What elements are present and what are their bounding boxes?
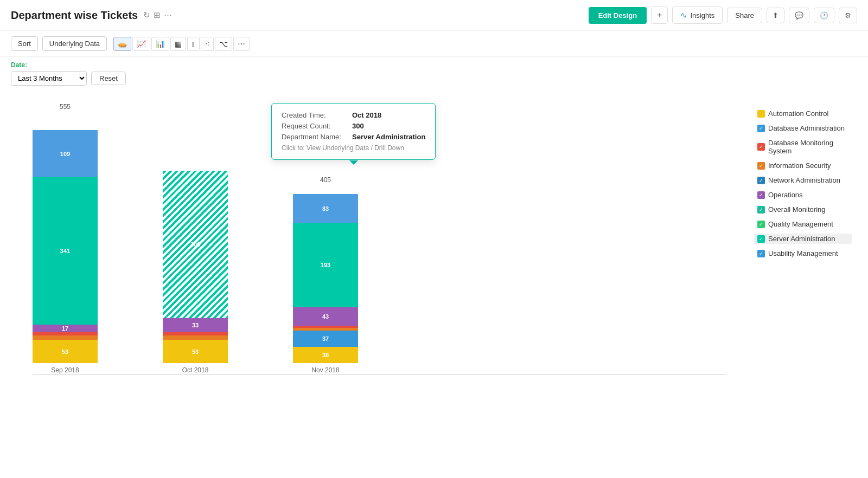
tooltip-dept-label: Department Name:: [282, 133, 352, 141]
legend-color-ops: ✓: [757, 191, 765, 199]
bar-group-nov: 405 38 37 43 193 83: [293, 187, 358, 374]
date-filter-select[interactable]: Last 3 Months Last 6 Months Last Year Cu…: [11, 71, 87, 86]
scatter-icon[interactable]: ⁖: [201, 37, 214, 51]
tooltip-drill-link[interactable]: Click to: View Underlying Data / Drill D…: [282, 144, 425, 152]
underlying-data-button[interactable]: Underlying Data: [42, 36, 107, 51]
legend-color-db-admin: ✓: [757, 125, 765, 132]
bar-seg-infosec-oct: [163, 335, 228, 340]
tooltip-created-value: Oct 2018: [352, 111, 381, 119]
legend-label-ops: Operations: [768, 191, 803, 199]
bar-seg-server-nov: 193: [293, 223, 358, 307]
pie-chart-icon[interactable]: 🥧: [113, 37, 131, 51]
tooltip-created-row: Created Time: Oct 2018: [282, 111, 425, 119]
bar-seg-automation-oct: 53: [163, 340, 228, 363]
legend-label-db-admin: Database Administration: [768, 124, 845, 132]
edit-design-button[interactable]: Edit Design: [589, 7, 647, 24]
legend-item-ops[interactable]: ✓ Operations: [754, 190, 852, 200]
legend-item-server[interactable]: ✓ Server Administration: [754, 234, 852, 244]
legend-item-info-sec[interactable]: ✓ Information Security: [754, 160, 852, 171]
comment-button[interactable]: 💬: [789, 8, 809, 23]
legend-item-overall[interactable]: ✓ Overall Monitoring: [754, 204, 852, 215]
bar-seg-dbmon-nov: [293, 326, 358, 328]
bar-seg-db-sep: 109: [33, 130, 98, 177]
chart-type-selector: 🥧 📈 📊 ▦ ⫿ ⁖ ⌥ ⋯: [113, 37, 250, 51]
chart-area: Created Time: Oct 2018 Request Count: 30…: [0, 92, 868, 412]
history-button[interactable]: 🕐: [814, 8, 834, 23]
legend-item-network[interactable]: ✓ Network Administration: [754, 175, 852, 185]
legend-label-overall: Overall Monitoring: [768, 205, 826, 214]
tooltip-dept-row: Department Name: Server Administration: [282, 133, 425, 141]
bar-chart-icon[interactable]: 📊: [151, 37, 169, 51]
bar-label-sep: Sep 2018: [51, 366, 79, 374]
bar-seg-dbmon-oct: [163, 332, 228, 335]
bar-total-nov: 405: [293, 176, 358, 184]
bar-stack-oct[interactable]: 53 33 300: [163, 163, 228, 363]
bar-total-sep: 555: [33, 103, 98, 111]
legend-item-quality[interactable]: ✓ Quality Management: [754, 219, 852, 229]
legend-label-automation: Automation Control: [768, 109, 828, 118]
bar-seg-automation-nov: 38: [293, 347, 358, 363]
bar-group-oct: 53 33 300 Oct 2018: [163, 163, 228, 374]
toolbar: Sort Underlying Data 🥧 📈 📊 ▦ ⫿ ⁖ ⌥ ⋯: [0, 31, 868, 57]
page-title: Department wise Tickets: [11, 9, 138, 22]
legend-color-server: ✓: [757, 235, 765, 243]
refresh-icon[interactable]: ↻: [143, 10, 150, 20]
sort-button[interactable]: Sort: [11, 36, 38, 51]
bar-seg-server-sep: 341: [33, 177, 98, 325]
add-button[interactable]: +: [651, 7, 668, 24]
more-charts-icon[interactable]: ⋯: [233, 37, 250, 51]
date-filter-label: Date:: [11, 61, 857, 69]
bar-label-nov: Nov 2018: [311, 366, 339, 374]
top-bar-right: Edit Design + ∿ Insights Share ⬆ 💬 🕐 ⚙: [589, 7, 857, 24]
legend-color-automation: [757, 110, 765, 118]
legend-item-db-admin[interactable]: ✓ Database Administration: [754, 123, 852, 133]
line-chart-icon[interactable]: 📈: [132, 37, 150, 51]
legend-label-network: Network Administration: [768, 176, 840, 184]
bar-seg-infosec-sep: [33, 335, 98, 340]
legend-color-info-sec: ✓: [757, 162, 765, 170]
more-icon[interactable]: ⋯: [164, 10, 172, 20]
reset-button[interactable]: Reset: [91, 72, 126, 85]
stacked-bar-icon[interactable]: ▦: [170, 37, 186, 51]
tooltip-dept-value: Server Administration: [352, 133, 425, 141]
tooltip-count-row: Request Count: 300: [282, 122, 425, 130]
table-icon[interactable]: ⊞: [154, 10, 161, 20]
header-icons: ↻ ⊞ ⋯: [143, 10, 172, 20]
legend-item-automation[interactable]: Automation Control: [754, 108, 852, 119]
bar-stack-nov[interactable]: 405 38 37 43 193 83: [293, 187, 358, 363]
legend-label-usability: Usability Management: [768, 249, 838, 257]
legend-color-quality: ✓: [757, 221, 765, 228]
tooltip-count-label: Request Count:: [282, 122, 352, 130]
tooltip: Created Time: Oct 2018 Request Count: 30…: [271, 103, 436, 160]
legend-label-db-monitor: Database Monitoring System: [768, 139, 848, 155]
bar-seg-dbmon-sep: [33, 332, 98, 335]
legend-label-info-sec: Information Security: [768, 162, 831, 170]
insights-button[interactable]: ∿ Insights: [672, 7, 723, 24]
legend-item-usability[interactable]: ✓ Usability Management: [754, 248, 852, 259]
bar-seg-db-nov: 83: [293, 194, 358, 223]
bar-stack-sep[interactable]: 555 53 17 341 109: [33, 114, 98, 363]
settings-button[interactable]: ⚙: [839, 8, 857, 23]
share-button[interactable]: Share: [727, 8, 762, 23]
tooltip-count-value: 300: [352, 122, 364, 130]
bar-seg-ops-oct: 33: [163, 318, 228, 332]
legend-color-db-monitor: ✓: [757, 143, 765, 151]
bar-group-sep: 555 53 17 341 109 Sep 2018: [33, 114, 98, 374]
bar-seg-infosec-nov: [293, 328, 358, 331]
legend-color-overall: ✓: [757, 206, 765, 214]
top-bar-left: Department wise Tickets ↻ ⊞ ⋯: [11, 9, 172, 22]
legend-item-db-monitor[interactable]: ✓ Database Monitoring System: [754, 138, 852, 156]
legend-color-usability: ✓: [757, 250, 765, 257]
bar-seg-ops-sep: 17: [33, 325, 98, 332]
x-axis-line: [33, 374, 727, 374]
bar-seg-overall-nov: 37: [293, 331, 358, 347]
tooltip-created-label: Created Time:: [282, 111, 352, 119]
chart-container: Created Time: Oct 2018 Request Count: 30…: [11, 92, 749, 406]
bar-label-oct: Oct 2018: [182, 366, 209, 374]
upload-button[interactable]: ⬆: [767, 8, 784, 23]
insights-icon: ∿: [680, 10, 687, 20]
bar-seg-server-oct: 300: [163, 171, 228, 318]
legend: Automation Control ✓ Database Administra…: [749, 92, 857, 406]
grouped-bar-icon[interactable]: ⫿: [187, 37, 200, 51]
funnel-icon[interactable]: ⌥: [215, 37, 232, 51]
